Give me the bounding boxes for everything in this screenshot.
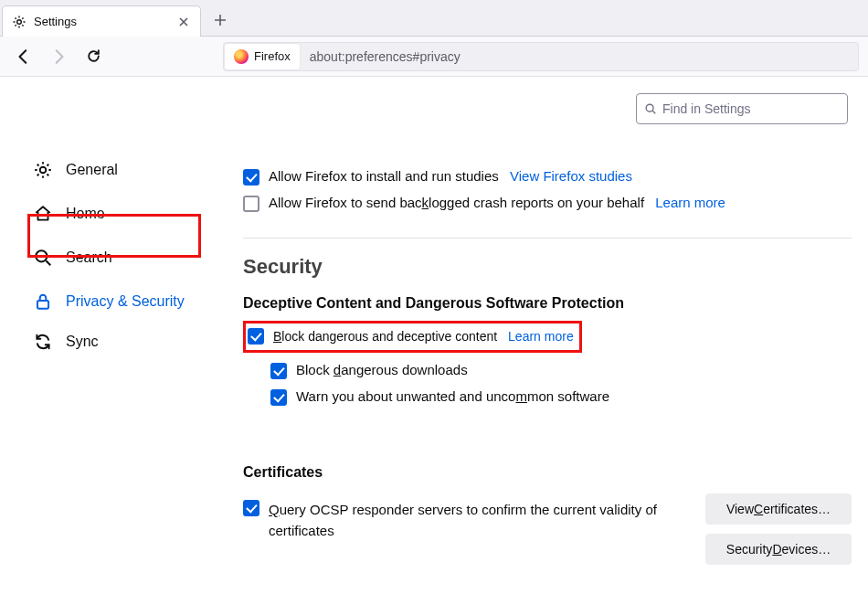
heading-deceptive: Deceptive Content and Dangerous Software… [243,295,852,312]
lock-icon [33,292,53,312]
tab-settings[interactable]: Settings [2,5,201,37]
label-crash-post: logged crash reports on your behalf [429,195,644,210]
heading-certificates: Certificates [243,464,852,481]
identity-box[interactable]: Firefox [224,43,301,70]
settings-search[interactable] [636,93,848,124]
sidebar-label-search: Search [66,249,112,266]
sidebar-item-search[interactable]: Search [27,239,203,276]
sidebar: General Home Search Privacy & Security S… [0,77,210,594]
search-icon [644,102,657,115]
btn-dev-ul: D [772,542,781,557]
reload-button[interactable] [79,42,108,71]
btn-dev-post: evices… [782,542,831,557]
content-pane: Allow Firefox to install and run studies… [210,77,868,594]
checkbox-block-downloads[interactable] [270,363,287,379]
divider [243,238,852,239]
highlight-block-dangerous: Block dangerous and deceptive content Le… [243,321,582,353]
svg-rect-3 [37,301,48,309]
close-icon[interactable] [176,15,191,29]
label-ocsp-ul: Q [269,502,280,517]
label-allow-studies: Allow Firefox to install and run studies [269,168,499,184]
label-downloads-ul: d [333,362,341,377]
search-icon [33,248,53,268]
label-block-ul: B [273,329,281,344]
row-allow-studies: Allow Firefox to install and run studies… [243,168,852,186]
svg-point-2 [36,250,47,261]
label-crash-ul: k [422,195,429,210]
home-icon [33,204,53,224]
tab-strip: Settings [0,0,868,37]
label-block-post: lock dangerous and deceptive content [281,329,497,344]
link-block-learn-more[interactable]: Learn more [508,329,574,344]
sidebar-item-home[interactable]: Home [27,196,203,232]
checkbox-warn-unwanted[interactable] [270,389,287,406]
svg-point-0 [17,19,22,24]
btn-view-ul: C [754,502,763,516]
checkbox-ocsp[interactable] [243,500,259,516]
link-crash-learn-more[interactable]: Learn more [655,195,725,210]
svg-point-1 [40,167,47,174]
back-button[interactable] [9,42,38,71]
row-crash-reports: Allow Firefox to send backlogged crash r… [243,195,852,212]
checkbox-block-dangerous[interactable] [248,328,264,345]
sync-icon [33,332,53,352]
label-downloads-pre: Block [296,362,333,377]
row-block-downloads: Block dangerous downloads [270,362,852,379]
link-view-studies[interactable]: View Firefox studies [510,168,632,184]
security-devices-button[interactable]: Security Devices… [705,534,852,565]
btn-dev-pre: Security [726,542,773,557]
url-bar[interactable]: Firefox about:preferences#privacy [223,42,859,71]
row-warn-unwanted: Warn you about unwanted and uncommon sof… [270,388,852,406]
label-warn-ul: m [515,388,527,404]
sidebar-item-privacy[interactable]: Privacy & Security [27,283,203,320]
tab-title: Settings [34,15,169,28]
label-warn-post: mon software [527,388,609,404]
firefox-icon [234,49,249,64]
sidebar-item-general[interactable]: General [27,152,203,188]
btn-view-post: ertificates… [763,502,831,516]
row-ocsp: Query OCSP responder servers to confirm … [243,499,691,542]
btn-view-pre: View [726,502,754,516]
checkbox-crash-reports[interactable] [243,196,259,212]
label-ocsp-post: uery OCSP responder servers to confirm t… [269,502,657,538]
forward-button[interactable] [44,42,73,71]
svg-point-4 [646,104,653,111]
new-tab-button[interactable] [206,6,234,34]
sidebar-label-privacy: Privacy & Security [66,293,185,310]
url-text: about:preferences#privacy [301,49,470,64]
sidebar-item-sync[interactable]: Sync [27,324,203,360]
label-warn-pre: Warn you about unwanted and unco [296,388,515,404]
sidebar-label-sync: Sync [66,334,99,350]
label-downloads-post: angerous downloads [341,362,467,377]
sidebar-label-home: Home [66,206,105,222]
identity-label: Firefox [254,49,291,63]
gear-icon [12,15,26,29]
toolbar: Firefox about:preferences#privacy [0,37,868,77]
gear-icon [33,160,53,180]
heading-security: Security [243,255,852,279]
checkbox-allow-studies[interactable] [243,169,259,186]
settings-search-input[interactable] [662,101,840,116]
label-crash-pre: Allow Firefox to send bac [269,195,422,210]
view-certificates-button[interactable]: View Certificates… [705,493,852,525]
sidebar-label-general: General [66,162,118,178]
